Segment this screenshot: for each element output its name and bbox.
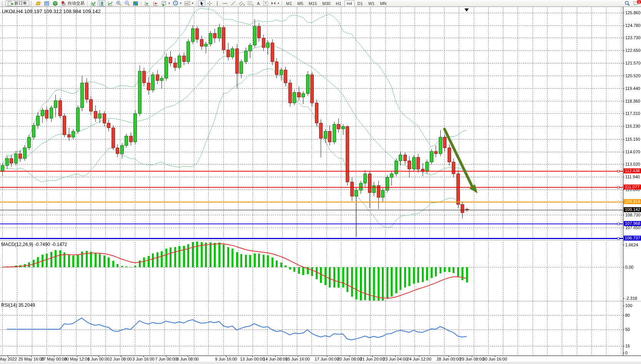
signals-button[interactable] [51, 0, 59, 7]
new-order-button[interactable]: 新订单 [5, 0, 29, 7]
timeframe-button-m30[interactable]: M30 [320, 0, 333, 7]
crosshair-button[interactable] [206, 0, 213, 7]
notification-count-badge: 1 [637, 0, 641, 4]
timeframe-toolbar: M1M5M15M30H1H4D1W1MN [284, 0, 389, 7]
zoom-in-button[interactable] [115, 0, 123, 7]
auto-scroll-icon [153, 1, 158, 6]
fibonacci-icon: F [247, 0, 253, 6]
search-icon [624, 0, 630, 7]
zoom-out-icon [124, 0, 130, 6]
toolbar-grip [2, 1, 4, 6]
indicators-button[interactable]: ▾ [183, 0, 195, 7]
dropdown-caret: ▾ [192, 2, 193, 5]
text-label-button[interactable]: T [262, 0, 269, 7]
timeframe-button-m5[interactable]: M5 [295, 0, 305, 7]
text-tool-glyph: A [257, 1, 260, 6]
market-watch-button[interactable] [34, 0, 42, 7]
chart-shift-icon [144, 1, 150, 6]
cursor-icon [199, 1, 204, 6]
horizontal-line-icon [222, 1, 228, 6]
trendline-button[interactable] [229, 0, 237, 7]
dropdown-caret: ▾ [180, 2, 181, 5]
clock-icon [173, 0, 178, 6]
bar-chart-icon [90, 1, 96, 6]
auto-trading-icon [61, 1, 67, 6]
tile-windows-button[interactable] [132, 0, 140, 7]
bar-chart-button[interactable] [89, 0, 97, 7]
new-chart-icon [161, 1, 167, 6]
equidistant-channel-button[interactable]: E [237, 0, 246, 7]
timeframe-button-d1[interactable]: D1 [355, 0, 365, 7]
indicators-icon [184, 1, 190, 6]
signals-icon [52, 1, 58, 6]
arrows-button[interactable]: ▾ [270, 0, 280, 7]
auto-trading-button[interactable]: 自动交易 [60, 0, 86, 7]
arrows-icon [271, 1, 276, 6]
market-watch-icon [35, 1, 41, 6]
timeframe-button-h1[interactable]: H1 [333, 0, 343, 7]
svg-text:F: F [252, 4, 253, 6]
horizontal-line-button[interactable] [221, 0, 229, 7]
dropdown-caret: ▾ [278, 2, 279, 5]
toolbar-separator [87, 1, 88, 6]
toolbar: 新订单 自动交易 ▾ ▾ ▾ E F A T ▾ M1M5M15M30H1H4D… [0, 0, 641, 7]
new-order-icon [8, 1, 13, 6]
toolbar-separator [141, 1, 142, 6]
search-button[interactable] [623, 0, 631, 7]
notifications-button[interactable]: 1 [632, 0, 640, 7]
toolbar-separator [196, 1, 196, 6]
cursor-button[interactable] [198, 0, 205, 7]
toolbar-separator [282, 1, 282, 6]
line-chart-button[interactable] [106, 0, 114, 7]
chart-shift-button[interactable] [143, 0, 151, 7]
timeframe-button-h4[interactable]: H4 [345, 0, 355, 7]
trendline-icon [230, 1, 236, 6]
auto-trading-label: 自动交易 [68, 0, 85, 6]
channel-icon: E [238, 0, 245, 6]
data-window-button[interactable] [43, 0, 51, 7]
vertical-line-icon [215, 1, 220, 6]
tile-windows-icon [133, 1, 138, 6]
text-label-glyph: T [263, 1, 268, 6]
fibonacci-button[interactable]: F [246, 0, 255, 7]
timeframe-button-mn[interactable]: MN [378, 0, 389, 7]
new-order-label: 新订单 [14, 0, 27, 6]
auto-scroll-button[interactable] [152, 0, 160, 7]
svg-text:E: E [243, 4, 245, 6]
line-chart-icon [107, 1, 113, 6]
toolbar-grip [31, 1, 33, 6]
crosshair-icon [207, 1, 212, 6]
zoom-out-button[interactable] [123, 0, 131, 7]
price-chart-canvas[interactable] [0, 0, 641, 364]
new-chart-button[interactable]: ▾ [160, 0, 171, 7]
candlestick-chart-icon [99, 1, 105, 6]
candlestick-chart-button[interactable] [98, 0, 106, 7]
data-window-icon [44, 1, 50, 6]
chart-window: UKOil,H4 109.197 109.312 108.984 109.142… [0, 0, 641, 364]
profiles-button[interactable]: ▾ [171, 0, 183, 7]
timeframe-button-w1[interactable]: W1 [366, 0, 377, 7]
text-button[interactable]: A [255, 0, 262, 7]
zoom-in-icon [116, 0, 122, 6]
dropdown-caret: ▾ [168, 2, 170, 5]
vertical-line-button[interactable] [214, 0, 221, 7]
timeframe-button-m1[interactable]: M1 [284, 0, 294, 7]
timeframe-button-m15[interactable]: M15 [306, 0, 319, 7]
